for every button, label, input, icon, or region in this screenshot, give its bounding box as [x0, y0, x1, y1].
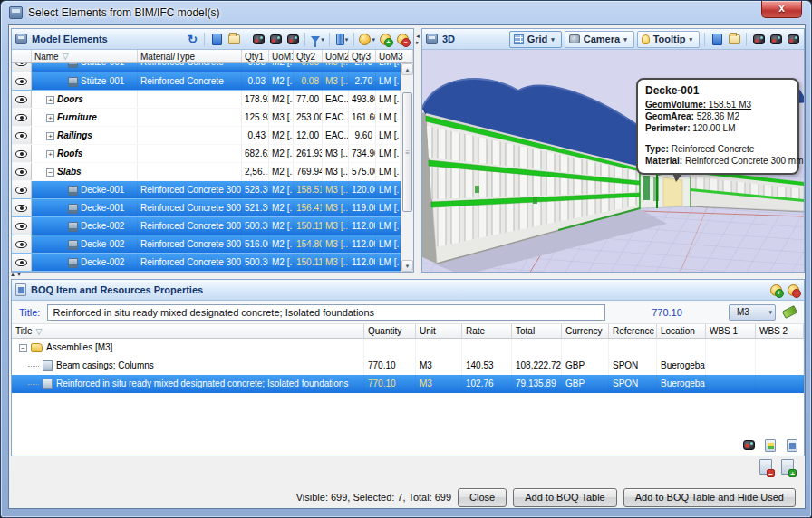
quantity-column-header[interactable]: Quantity: [364, 324, 416, 338]
remove-selection-button[interactable]: [395, 32, 410, 47]
expand-icon[interactable]: +: [46, 96, 54, 104]
visibility-cell[interactable]: [12, 72, 32, 91]
table-row-stuetze[interactable]: Stütze-001 Reinforced Concrete 0.03 M2 […: [12, 72, 401, 91]
new-document-button[interactable]: [209, 32, 224, 47]
add-to-boq-table-hide-button[interactable]: Add to BOQ Table and Hide Used: [624, 488, 796, 507]
visibility-cell[interactable]: [12, 217, 32, 235]
table-row-decke[interactable]: Decke-002 Reinforced Concrete 300 ... 50…: [12, 217, 401, 235]
add-selection-button[interactable]: [378, 32, 392, 47]
visibility-cell[interactable]: [12, 145, 32, 163]
viewport-3d[interactable]: Decke-001 GeomVolume: 158.51 M3 GeomArea…: [422, 50, 804, 272]
edit-icon[interactable]: [782, 305, 798, 319]
uom1-column-header[interactable]: UoM1: [269, 50, 294, 62]
add-item-button[interactable]: [768, 283, 783, 298]
tooltip-menu-button[interactable]: Tooltip▾: [637, 31, 700, 48]
expand-icon[interactable]: +: [46, 150, 54, 158]
remove-item-button[interactable]: [786, 283, 800, 298]
table-row-group-railings[interactable]: +Railings 0.43 M2 [... 12.00 EAC... 9.60…: [12, 127, 401, 145]
grid-toggle-button[interactable]: Grid▾: [509, 31, 562, 48]
table-row-group-doors[interactable]: +Doors 178.92 M2 [... 77.00 EAC... 493.8…: [12, 91, 401, 109]
table-row-group-roofs[interactable]: +Roofs 682.62 M2 [... 261.93 M3 [... 734…: [12, 145, 401, 163]
uom2-column-header[interactable]: UoM2: [323, 50, 349, 62]
name-column-header[interactable]: Name▽: [32, 50, 138, 62]
column-dropdown-button[interactable]: ▾: [334, 32, 349, 47]
refresh-button[interactable]: ↻: [185, 32, 199, 47]
view-mode-1-button[interactable]: [251, 32, 266, 47]
uom3-column-header[interactable]: UoM3: [376, 50, 413, 62]
view-mode-3-button[interactable]: [786, 32, 800, 47]
collapse-icon[interactable]: −: [46, 168, 54, 177]
splitter-collapse-right-icon[interactable]: ►: [415, 40, 420, 45]
visibility-cell[interactable]: [12, 163, 32, 181]
add-to-boq-button[interactable]: +: [781, 459, 794, 475]
table-row-stuetze[interactable]: Stütze-001 Reinforced Concrete 0.03 M2 […: [12, 63, 401, 72]
reference-column-header[interactable]: Reference: [609, 324, 657, 338]
wbs2-column-header[interactable]: WBS 2: [756, 324, 804, 338]
scrollbar-thumb[interactable]: ≡: [402, 92, 412, 212]
visibility-cell[interactable]: [12, 235, 32, 254]
boq-row-beam-casings[interactable]: Beam casings; Columns 770.10 M3 140.53 1…: [12, 357, 804, 375]
add-to-boq-table-button[interactable]: Add to BOQ Table: [513, 488, 616, 507]
view-mode-2-button[interactable]: [268, 32, 283, 47]
table-row-decke[interactable]: Decke-001 Reinforced Concrete 300 ... 52…: [12, 181, 401, 199]
collapse-icon[interactable]: −: [19, 344, 27, 352]
open-button[interactable]: [227, 32, 241, 47]
table-row-group-furniture[interactable]: +Furniture 125.93 M3 [... 253.00 EAC... …: [12, 109, 401, 127]
wbs1-column-header[interactable]: WBS 1: [706, 324, 756, 338]
delete-view-button[interactable]: [741, 437, 756, 453]
table-row-group-slabs[interactable]: −Slabs 2,56... M2 [... 769.94 M3 [... 57…: [12, 163, 401, 181]
qty3-column-header[interactable]: Qty3: [349, 50, 376, 62]
qty1-cell: 528.36: [242, 181, 269, 199]
view-mode-1-button[interactable]: [751, 32, 766, 47]
titlebar[interactable]: Select Elements from BIM/IFC model(s): [1, 1, 811, 24]
splitter-collapse-left-icon[interactable]: ◄: [415, 34, 420, 39]
splitter-collapse-up-icon[interactable]: ▲: [10, 272, 15, 277]
visibility-cell[interactable]: [12, 181, 32, 199]
boq-title-input[interactable]: [47, 304, 605, 321]
vertical-scrollbar[interactable]: ▲ ≡ ▼: [401, 63, 413, 272]
qty1-column-header[interactable]: Qty1: [242, 50, 269, 62]
remove-from-boq-button[interactable]: −: [759, 459, 772, 475]
expand-icon[interactable]: +: [46, 132, 54, 140]
visibility-cell[interactable]: [12, 91, 32, 109]
title-column-header[interactable]: Title▽: [12, 324, 364, 338]
boq-row-selected[interactable]: Reinforced in situ ready mixed designate…: [12, 375, 804, 393]
table-row-decke[interactable]: Decke-002 Reinforced Concrete 300 ... 51…: [12, 235, 401, 254]
boq-row-assemblies[interactable]: −Assemblies [M3]: [12, 339, 804, 357]
visibility-cell[interactable]: [12, 254, 32, 272]
currency-column-header[interactable]: Currency: [562, 324, 609, 338]
filter-dropdown-button[interactable]: ▾: [310, 32, 324, 47]
report-button[interactable]: [763, 437, 778, 453]
filter-funnel-icon[interactable]: ▽: [63, 52, 69, 61]
scroll-down-icon[interactable]: ▼: [401, 260, 413, 272]
splitter-collapse-down-icon[interactable]: ▼: [16, 272, 22, 277]
close-button[interactable]: Close: [458, 488, 507, 507]
view-mode-2-button[interactable]: [768, 32, 783, 47]
visibility-cell[interactable]: [12, 199, 32, 217]
visibility-cell[interactable]: [12, 127, 32, 145]
expand-icon[interactable]: +: [46, 114, 54, 122]
visibility-cell[interactable]: [12, 63, 32, 72]
material-column-header[interactable]: Material/Type: [138, 50, 242, 62]
qty2-column-header[interactable]: Qty2: [294, 50, 323, 62]
close-window-button[interactable]: x: [761, 1, 802, 18]
visibility-column-header[interactable]: [12, 50, 32, 62]
unit-column-header[interactable]: Unit: [416, 324, 462, 338]
table-row-decke[interactable]: Decke-002 Reinforced Concrete 300 ... 50…: [12, 254, 401, 272]
new-document-button[interactable]: [710, 32, 724, 47]
total-column-header[interactable]: Total: [512, 324, 562, 338]
vertical-splitter[interactable]: ◄ ►: [414, 28, 421, 273]
camera-menu-button[interactable]: Camera▾: [565, 31, 634, 48]
table-view-button[interactable]: [785, 437, 799, 453]
view-mode-3-button[interactable]: [285, 32, 300, 47]
highlight-dropdown-button[interactable]: ▾: [359, 32, 375, 47]
filter-funnel-icon[interactable]: ▽: [36, 327, 43, 336]
rate-column-header[interactable]: Rate: [462, 324, 512, 338]
visibility-cell[interactable]: [12, 109, 32, 127]
open-button[interactable]: [727, 32, 741, 47]
unit-select[interactable]: M3▾: [729, 304, 776, 321]
table-row-decke[interactable]: Decke-001 Reinforced Concrete 300 ... 52…: [12, 199, 401, 217]
horizontal-splitter[interactable]: ▲ ▼: [10, 272, 22, 277]
location-column-header[interactable]: Location: [657, 324, 706, 338]
scroll-up-icon[interactable]: ▲: [401, 63, 413, 75]
